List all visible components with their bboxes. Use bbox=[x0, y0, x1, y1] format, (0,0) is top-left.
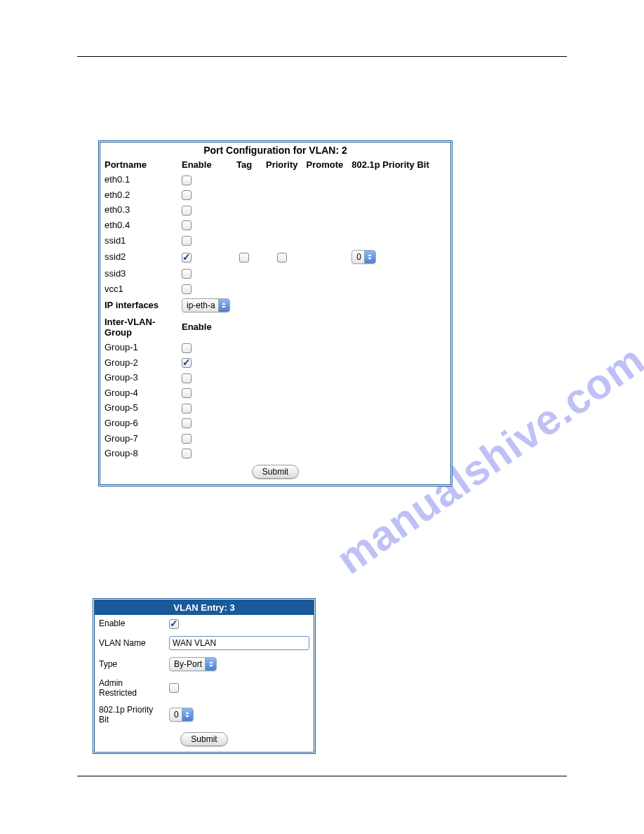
group-name: Group-6 bbox=[100, 416, 177, 431]
ip-interfaces-select[interactable]: ip-eth-a bbox=[182, 298, 230, 312]
group-enable-checkbox[interactable] bbox=[182, 434, 192, 444]
group-row: Group-6 bbox=[100, 416, 450, 431]
header-pbit: 802.1p Priority Bit bbox=[347, 157, 450, 172]
port-config-submit-button[interactable]: Submit bbox=[252, 465, 299, 479]
port-enable-checkbox[interactable] bbox=[182, 269, 192, 279]
vlan-enable-row: Enable bbox=[95, 615, 314, 633]
ip-interfaces-row: IP interfaces ip-eth-a bbox=[100, 296, 450, 315]
group-enable-checkbox[interactable] bbox=[182, 388, 192, 398]
group-name: Group-1 bbox=[100, 340, 177, 355]
group-name: Group-4 bbox=[100, 385, 177, 401]
port-pbit-select[interactable]: 0 bbox=[351, 250, 376, 264]
inter-vlan-header-row: Inter-VLAN-Group Enable bbox=[100, 315, 450, 340]
port-enable-checkbox[interactable] bbox=[182, 253, 192, 263]
inter-vlan-group-label: Inter-VLAN-Group bbox=[100, 315, 177, 340]
vlan-enable-checkbox[interactable] bbox=[169, 619, 179, 629]
port-enable-checkbox[interactable] bbox=[182, 206, 192, 216]
vlan-type-value: By-Port bbox=[174, 659, 202, 669]
group-name: Group-5 bbox=[100, 400, 177, 416]
group-name: Group-3 bbox=[100, 370, 177, 385]
port-pbit-value: 0 bbox=[356, 252, 361, 262]
group-row: Group-4 bbox=[100, 385, 450, 401]
port-name: ssid2 bbox=[100, 248, 177, 266]
header-priority: Priority bbox=[262, 157, 302, 172]
port-row: eth0.4 bbox=[100, 218, 450, 233]
vlan-enable-label: Enable bbox=[95, 615, 165, 633]
select-arrow-icon bbox=[364, 251, 375, 263]
port-config-table: Portname Enable Tag Priority Promote 802… bbox=[100, 157, 450, 461]
page-rule-bottom bbox=[77, 776, 567, 776]
vlan-name-label: VLAN Name bbox=[95, 633, 165, 654]
vlan-pbit-row: 802.1p Priority Bit 0 bbox=[95, 701, 314, 728]
port-config-submit-row: Submit bbox=[100, 461, 450, 484]
port-enable-checkbox[interactable] bbox=[182, 176, 192, 185]
header-enable: Enable bbox=[177, 157, 227, 172]
port-row: ssid20 bbox=[100, 248, 450, 266]
port-name: eth0.2 bbox=[100, 187, 177, 203]
port-row: ssid1 bbox=[100, 232, 450, 248]
group-name: Group-2 bbox=[100, 355, 177, 371]
vlan-entry-panel: VLAN Entry: 3 Enable VLAN Name Type By-P… bbox=[93, 598, 316, 754]
group-row: Group-8 bbox=[100, 446, 450, 461]
port-name: ssid3 bbox=[100, 266, 177, 282]
port-header-row: Portname Enable Tag Priority Promote 802… bbox=[100, 157, 450, 172]
vlan-name-input[interactable] bbox=[169, 636, 309, 650]
group-enable-checkbox[interactable] bbox=[182, 343, 192, 353]
port-name: eth0.1 bbox=[100, 172, 177, 187]
group-enable-checkbox[interactable] bbox=[182, 418, 192, 428]
vlan-name-row: VLAN Name bbox=[95, 633, 314, 654]
select-arrow-icon bbox=[205, 658, 216, 670]
port-enable-checkbox[interactable] bbox=[182, 284, 192, 294]
vlan-admin-restricted-checkbox[interactable] bbox=[169, 683, 179, 693]
header-portname: Portname bbox=[100, 157, 177, 172]
port-priority-checkbox[interactable] bbox=[277, 253, 287, 263]
port-config-title: Port Configuration for VLAN: 2 bbox=[100, 143, 450, 157]
port-row: eth0.2 bbox=[100, 187, 450, 203]
page-rule-top bbox=[77, 56, 567, 57]
vlan-entry-table: Enable VLAN Name Type By-Port Admin Rest… bbox=[95, 615, 314, 728]
vlan-pbit-value: 0 bbox=[174, 710, 179, 720]
port-config-panel: Port Configuration for VLAN: 2 Portname … bbox=[98, 140, 452, 486]
port-name: vcc1 bbox=[100, 281, 177, 296]
vlan-pbit-select[interactable]: 0 bbox=[169, 708, 194, 722]
port-row: eth0.1 bbox=[100, 172, 450, 187]
ip-interfaces-value: ip-eth-a bbox=[187, 300, 215, 310]
header-tag: Tag bbox=[227, 157, 262, 172]
group-name: Group-8 bbox=[100, 446, 177, 461]
port-name: eth0.4 bbox=[100, 218, 177, 233]
vlan-type-select[interactable]: By-Port bbox=[169, 657, 217, 671]
select-arrow-icon bbox=[182, 708, 193, 721]
port-enable-checkbox[interactable] bbox=[182, 220, 192, 230]
port-name: eth0.3 bbox=[100, 202, 177, 218]
port-row: ssid3 bbox=[100, 266, 450, 282]
group-enable-checkbox[interactable] bbox=[182, 358, 192, 368]
port-enable-checkbox[interactable] bbox=[182, 236, 192, 246]
vlan-admin-restricted-row: Admin Restricted bbox=[95, 675, 314, 701]
vlan-pbit-label: 802.1p Priority Bit bbox=[95, 701, 165, 728]
group-row: Group-5 bbox=[100, 400, 450, 416]
port-row: vcc1 bbox=[100, 281, 450, 296]
inter-vlan-enable-header: Enable bbox=[177, 315, 450, 340]
group-row: Group-1 bbox=[100, 340, 450, 355]
vlan-entry-title: VLAN Entry: 3 bbox=[95, 600, 314, 615]
port-name: ssid1 bbox=[100, 232, 177, 248]
vlan-entry-submit-row: Submit bbox=[95, 728, 314, 752]
vlan-type-row: Type By-Port bbox=[95, 654, 314, 675]
ip-interfaces-label: IP interfaces bbox=[100, 296, 177, 315]
group-row: Group-2 bbox=[100, 355, 450, 371]
vlan-entry-submit-button[interactable]: Submit bbox=[180, 732, 227, 746]
group-name: Group-7 bbox=[100, 430, 177, 446]
port-enable-checkbox[interactable] bbox=[182, 190, 192, 200]
vlan-type-label: Type bbox=[95, 654, 165, 675]
port-row: eth0.3 bbox=[100, 202, 450, 218]
group-enable-checkbox[interactable] bbox=[182, 404, 192, 413]
vlan-admin-restricted-label: Admin Restricted bbox=[95, 675, 165, 701]
group-row: Group-7 bbox=[100, 430, 450, 446]
group-enable-checkbox[interactable] bbox=[182, 449, 192, 458]
port-tag-checkbox[interactable] bbox=[239, 253, 249, 263]
group-row: Group-3 bbox=[100, 370, 450, 385]
header-promote: Promote bbox=[302, 157, 348, 172]
select-arrow-icon bbox=[218, 299, 229, 312]
group-enable-checkbox[interactable] bbox=[182, 373, 192, 383]
